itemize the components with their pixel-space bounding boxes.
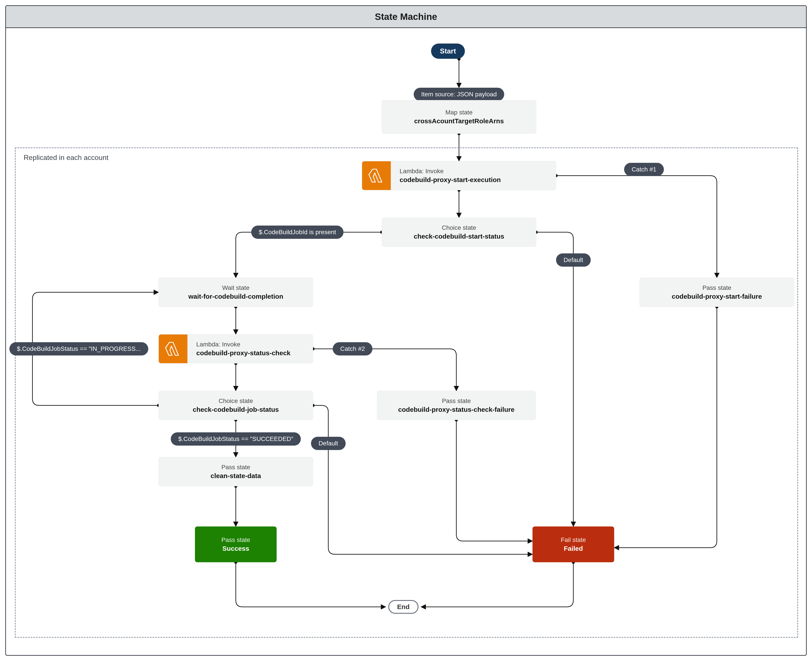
- in-progress-pill: $.CodeBuildJobStatus == "IN_PROGRESS...: [10, 342, 148, 356]
- state-status-check-type: Lambda: Invoke: [196, 341, 304, 348]
- page: State Machine: [0, 0, 812, 661]
- lambda-icon: [362, 161, 391, 190]
- state-start-failure-type: Pass state: [702, 284, 731, 291]
- default-pill-1: Default: [556, 254, 591, 267]
- state-wait-type: Wait state: [222, 284, 249, 291]
- state-success-name: Success: [222, 545, 249, 552]
- state-map-name: crossAcountTargetRoleArns: [414, 117, 504, 125]
- catch1-pill: Catch #1: [624, 163, 664, 176]
- state-status-failure[interactable]: Pass state codebuild-proxy-status-check-…: [377, 391, 536, 420]
- catch2-pill: Catch #2: [333, 342, 373, 356]
- replication-group-label: Replicated in each account: [24, 153, 108, 162]
- state-map-type: Map state: [446, 109, 473, 116]
- state-check-job[interactable]: Choice state check-codebuild-job-status: [159, 391, 313, 420]
- item-source-pill: Item source: JSON payload: [414, 88, 504, 101]
- jobid-present-pill: $.CodeBuildJobId is present: [251, 225, 344, 239]
- item-source-text: Item source: JSON payload: [421, 91, 497, 97]
- state-check-start-name: check-codebuild-start-status: [414, 233, 504, 240]
- state-status-failure-name: codebuild-proxy-status-check-failure: [398, 406, 514, 414]
- end-label: End: [397, 603, 410, 610]
- state-failed-type: Fail state: [561, 536, 586, 543]
- state-clean[interactable]: Pass state clean-state-data: [159, 457, 313, 486]
- lambda-icon: [159, 334, 188, 363]
- state-start-exec[interactable]: Lambda: Invoke codebuild-proxy-start-exe…: [362, 161, 556, 190]
- state-check-start[interactable]: Choice state check-codebuild-start-statu…: [382, 218, 536, 247]
- diagram-stage: Replicated in each account Start Item so…: [6, 28, 806, 655]
- state-start-failure[interactable]: Pass state codebuild-proxy-start-failure: [640, 278, 794, 307]
- state-success-type: Pass state: [221, 536, 250, 543]
- state-clean-type: Pass state: [221, 464, 250, 471]
- in-progress-text: $.CodeBuildJobStatus == "IN_PROGRESS...: [17, 345, 141, 352]
- state-status-check[interactable]: Lambda: Invoke codebuild-proxy-status-ch…: [159, 334, 313, 363]
- nodes-layer: Replicated in each account Start Item so…: [6, 28, 806, 655]
- state-wait-name: wait-for-codebuild-completion: [188, 293, 283, 300]
- default-pill-2-text: Default: [318, 440, 338, 447]
- state-check-job-name: check-codebuild-job-status: [193, 406, 279, 414]
- state-start-exec-type: Lambda: Invoke: [400, 168, 547, 175]
- state-status-check-name: codebuild-proxy-status-check: [196, 349, 304, 357]
- jobid-present-text: $.CodeBuildJobId is present: [259, 229, 336, 236]
- catch1-text: Catch #1: [632, 166, 656, 173]
- state-success[interactable]: Pass state Success: [195, 527, 277, 562]
- state-failed[interactable]: Fail state Failed: [532, 527, 614, 562]
- diagram-canvas: State Machine: [5, 5, 807, 656]
- state-wait[interactable]: Wait state wait-for-codebuild-completion: [159, 278, 313, 307]
- state-failed-name: Failed: [564, 545, 583, 552]
- state-map[interactable]: Map state crossAcountTargetRoleArns: [382, 100, 536, 134]
- catch2-text: Catch #2: [340, 345, 365, 352]
- state-start-failure-name: codebuild-proxy-start-failure: [672, 293, 762, 300]
- start-node[interactable]: Start: [431, 43, 465, 59]
- title-text: State Machine: [375, 11, 437, 22]
- succeeded-pill: $.CodeBuildJobStatus == "SUCCEEDED": [170, 432, 301, 445]
- state-start-exec-name: codebuild-proxy-start-execution: [400, 176, 547, 184]
- succeeded-text: $.CodeBuildJobStatus == "SUCCEEDED": [178, 436, 293, 442]
- end-node[interactable]: End: [388, 600, 419, 614]
- start-label: Start: [440, 47, 456, 55]
- state-status-failure-type: Pass state: [442, 398, 471, 404]
- state-check-start-type: Choice state: [442, 224, 476, 231]
- title-bar: State Machine: [6, 6, 806, 28]
- default-pill-2: Default: [311, 437, 346, 450]
- default-pill-1-text: Default: [564, 257, 583, 263]
- state-check-job-type: Choice state: [218, 398, 253, 404]
- state-clean-name: clean-state-data: [211, 472, 261, 480]
